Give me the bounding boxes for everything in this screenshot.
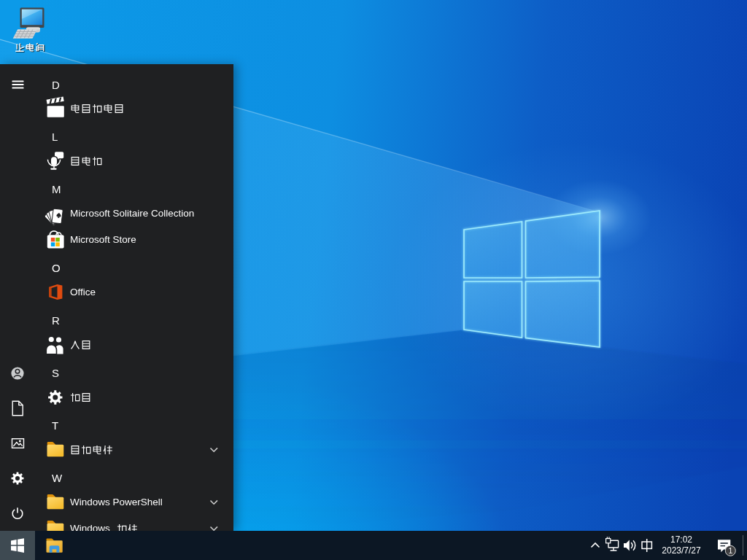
svg-text:1: 1 xyxy=(728,546,732,555)
